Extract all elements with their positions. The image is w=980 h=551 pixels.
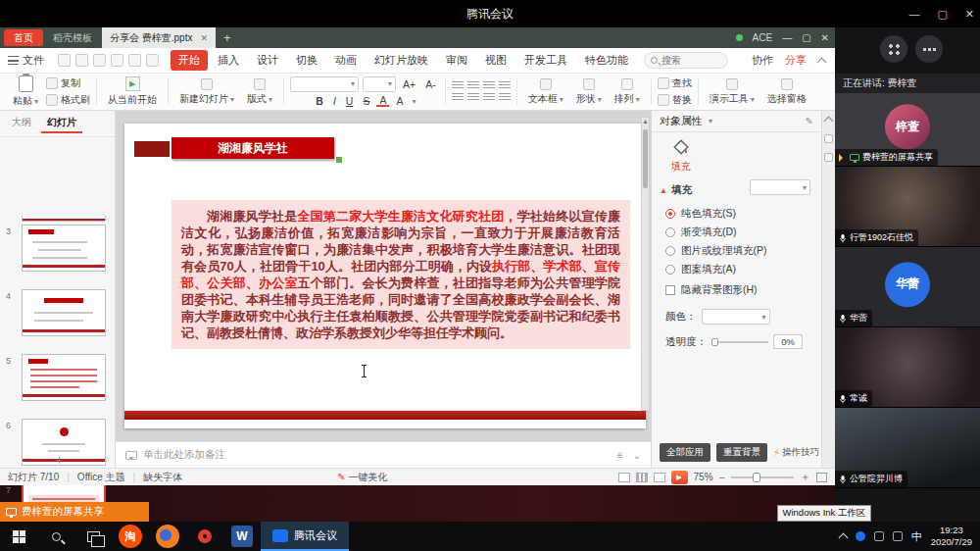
fill-option-solid[interactable]: 纯色填充(S)	[665, 207, 736, 221]
fill-option-gradient[interactable]: 渐变填充(D)	[665, 225, 737, 239]
participant-tile-share[interactable]: 梓萱 费梓萱的屏幕共享	[835, 93, 980, 167]
align-left-icon[interactable]	[452, 93, 464, 102]
selection-pane-button[interactable]: 选择窗格	[762, 77, 811, 107]
save-icon[interactable]	[58, 54, 71, 67]
line-spacing-icon[interactable]	[499, 93, 511, 102]
strikethrough-button[interactable]: S	[360, 95, 372, 107]
network-icon[interactable]	[874, 531, 884, 541]
dock-icon-2[interactable]	[824, 153, 833, 162]
tab-features[interactable]: 特色功能	[577, 50, 636, 71]
slideshow-play-button[interactable]: ▶	[671, 471, 688, 484]
bullets-icon[interactable]	[452, 81, 464, 90]
hide-background-checkbox[interactable]: 隐藏背景图形(H)	[665, 283, 758, 297]
tab-design[interactable]: 设计	[249, 50, 286, 71]
slide-thumbnail-3[interactable]	[22, 225, 106, 272]
participant-tile[interactable]: 华蕾 华蕾	[835, 247, 980, 327]
customize-toolbar-icon[interactable]	[146, 54, 159, 67]
font-more-caret-icon[interactable]: ▾	[412, 97, 416, 106]
find-button[interactable]: 查找	[658, 76, 692, 90]
tab-insert[interactable]: 插入	[210, 50, 247, 71]
tab-home[interactable]: 开始	[171, 50, 208, 71]
shrink-font-button[interactable]: A-	[422, 78, 439, 90]
tab-animation[interactable]: 动画	[327, 50, 365, 71]
panel-more-button[interactable]	[915, 35, 943, 63]
notes-bar[interactable]: 单击此处添加备注 ≡ ⌄	[116, 441, 651, 468]
reading-view-icon[interactable]	[654, 473, 665, 482]
outline-tab[interactable]: 大纲	[6, 114, 37, 133]
volume-icon[interactable]	[893, 531, 903, 541]
replace-button[interactable]: 替换	[658, 93, 692, 107]
slide-canvas[interactable]: 湖湘廉风学社 湖湘廉风学社是全国第二家大学生廉洁文化研究社团，学社始终以宣传廉洁…	[124, 124, 646, 428]
theme-name[interactable]: Office 主题	[77, 471, 125, 484]
share-button[interactable]: 分享	[785, 53, 807, 68]
file-menu[interactable]: 文件	[0, 53, 52, 68]
meeting-tray-icon[interactable]	[856, 531, 865, 541]
grow-font-button[interactable]: A+	[400, 78, 418, 90]
dock-icon-1[interactable]	[824, 134, 833, 143]
tips-link[interactable]: ⚡ 操作技巧	[773, 446, 819, 459]
print-icon[interactable]	[75, 54, 88, 67]
shapes-button[interactable]: 形状▾	[571, 77, 607, 107]
font-color-button[interactable]: A	[376, 95, 389, 108]
slide-thumbnail-4[interactable]	[22, 289, 106, 336]
start-button[interactable]	[0, 522, 37, 551]
slide-thumbnail-5[interactable]	[22, 354, 106, 401]
zoom-in-button[interactable]: ＋	[800, 470, 810, 484]
new-slide-button[interactable]: 新建幻灯片▾	[174, 77, 239, 107]
taskbar-app-firefox[interactable]	[149, 522, 186, 551]
add-slide-button[interactable]: ＋	[53, 451, 66, 469]
collaborate-button[interactable]: 协作	[752, 53, 773, 68]
numbering-icon[interactable]	[467, 81, 479, 90]
fill-option-picture[interactable]: 图片或纹理填充(P)	[665, 244, 767, 258]
wps-home-button[interactable]: 首页	[4, 29, 43, 46]
taskbar-app-taobao[interactable]: 淘	[112, 522, 149, 551]
apply-all-button[interactable]: 全部应用	[660, 443, 710, 462]
fit-to-window-icon[interactable]	[816, 473, 827, 482]
maximize-icon[interactable]: ▢	[937, 8, 947, 21]
participant-tile[interactable]: 行管1902石佳悦	[835, 167, 980, 247]
indent-decrease-icon[interactable]	[483, 81, 495, 90]
layout-button[interactable]: 版式▾	[242, 77, 277, 107]
tab-developer[interactable]: 开发工具	[516, 50, 575, 71]
paste-button[interactable]: 粘贴▾	[8, 75, 43, 109]
tab-view[interactable]: 视图	[477, 50, 514, 71]
font-name-select[interactable]: ▾	[290, 76, 359, 92]
color-select[interactable]: ▾	[702, 309, 770, 325]
wps-close-icon[interactable]: ✕	[821, 32, 829, 43]
tray-clock[interactable]: 19:23 2020/7/29	[931, 525, 972, 548]
redo-icon[interactable]	[128, 54, 141, 67]
collapse-ribbon-icon[interactable]	[817, 57, 827, 67]
pin-icon[interactable]: ✎	[806, 116, 813, 126]
fill-option-pattern[interactable]: 图案填充(A)	[665, 263, 736, 276]
play-from-current-button[interactable]: ▶ 从当前开始	[103, 75, 162, 108]
slider-handle[interactable]	[711, 338, 718, 346]
notes-collapse-icon[interactable]: ⌄	[633, 450, 641, 461]
slide-body-textbox[interactable]: 湖湘廉风学社是全国第二家大学生廉洁文化研究社团，学社始终以宣传廉洁文化，弘扬廉洁…	[172, 200, 630, 349]
fill-category-tab[interactable]: 填充	[662, 138, 701, 174]
panel-layout-button[interactable]	[880, 35, 907, 63]
close-document-icon[interactable]: ✕	[200, 33, 208, 43]
ribbon-search[interactable]	[644, 52, 728, 69]
slide-title-banner[interactable]: 湖湘廉风学社	[172, 137, 334, 159]
new-document-tab-button[interactable]: +	[216, 30, 239, 45]
task-view-button[interactable]	[74, 522, 112, 551]
zoom-out-button[interactable]: −	[719, 472, 725, 483]
character-more-button[interactable]: A	[393, 95, 406, 107]
tab-transition[interactable]: 切换	[288, 50, 325, 71]
normal-view-icon[interactable]	[618, 473, 630, 482]
zoom-slider-handle[interactable]	[753, 473, 760, 482]
close-icon[interactable]: ✕	[965, 8, 974, 21]
italic-button[interactable]: I	[330, 95, 339, 107]
tab-review[interactable]: 审阅	[438, 50, 475, 71]
wps-minimize-icon[interactable]: —	[782, 32, 792, 43]
scroll-up-icon[interactable]: ▲	[642, 118, 649, 125]
notes-menu-icon[interactable]: ≡	[617, 450, 623, 461]
taskbar-app-word[interactable]: W	[223, 522, 261, 551]
slide-area-scrollbar[interactable]: ▲	[641, 117, 650, 411]
properties-caret-icon[interactable]: ▾	[709, 117, 712, 125]
arrange-button[interactable]: 排列▾	[610, 77, 645, 107]
font-size-select[interactable]: ▾	[363, 76, 396, 92]
ime-indicator[interactable]: 中	[911, 529, 922, 544]
slides-tab[interactable]: 幻灯片	[41, 114, 82, 133]
preview-icon[interactable]	[93, 54, 106, 67]
